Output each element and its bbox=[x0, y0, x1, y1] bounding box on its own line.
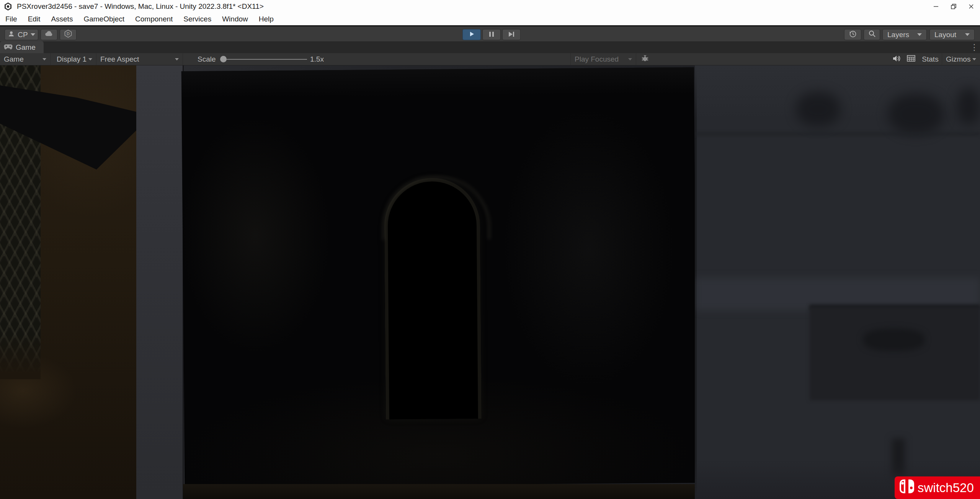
panel-tab-bar: Game ⋮ bbox=[0, 41, 980, 53]
chevron-down-icon bbox=[31, 33, 35, 36]
layers-dropdown[interactable]: Layers bbox=[882, 29, 927, 40]
tab-game[interactable]: Game bbox=[0, 41, 44, 53]
display-dropdown[interactable]: Display 1 bbox=[53, 53, 96, 65]
menu-component[interactable]: Component bbox=[130, 13, 178, 25]
tunnel-arch-doorway bbox=[384, 178, 482, 419]
gizmos-dropdown[interactable]: Gizmos bbox=[942, 53, 980, 65]
blurred-object bbox=[957, 88, 980, 124]
menu-services[interactable]: Services bbox=[178, 13, 217, 25]
undo-history-button[interactable] bbox=[844, 29, 861, 40]
account-dropdown-button[interactable]: CP bbox=[5, 29, 38, 40]
gray-pillar bbox=[136, 65, 184, 499]
minimize-button[interactable] bbox=[927, 0, 945, 13]
chevron-down-icon bbox=[628, 58, 632, 60]
scale-label: Scale bbox=[198, 53, 216, 65]
unity-logo-icon bbox=[3, 2, 13, 11]
gizmos-label: Gizmos bbox=[946, 55, 970, 64]
blurred-recess-shadow bbox=[863, 329, 924, 351]
blurred-object bbox=[796, 92, 840, 126]
history-clock-icon bbox=[849, 30, 857, 40]
bug-report-button[interactable] bbox=[638, 54, 652, 64]
dark-screen-quad bbox=[181, 67, 697, 487]
play-focused-label: Play Focused bbox=[575, 55, 619, 64]
menu-assets[interactable]: Assets bbox=[46, 13, 78, 25]
layout-dropdown[interactable]: Layout bbox=[929, 29, 975, 40]
chevron-down-icon bbox=[42, 58, 46, 60]
grid-icon bbox=[907, 55, 915, 64]
game-mode-label: Game bbox=[4, 55, 24, 64]
game-view-toolbar: Game Display 1 Free Aspect Scale 1.5x Pl… bbox=[0, 53, 980, 65]
search-button[interactable] bbox=[864, 29, 880, 40]
blurred-shelf-line bbox=[695, 133, 980, 135]
floor-strip-below-screen bbox=[183, 484, 696, 499]
blurred-recess bbox=[810, 307, 980, 400]
right-blurred-wall bbox=[695, 65, 980, 499]
account-label: CP bbox=[18, 31, 28, 39]
gamepad-icon bbox=[4, 43, 13, 52]
speaker-icon bbox=[892, 55, 901, 64]
menu-bar: File Edit Assets GameObject Component Se… bbox=[0, 13, 980, 25]
scale-slider-track[interactable] bbox=[227, 59, 307, 60]
play-button[interactable] bbox=[462, 29, 481, 40]
chevron-down-icon bbox=[972, 58, 976, 60]
layers-label: Layers bbox=[887, 31, 909, 39]
scale-value: 1.5x bbox=[310, 53, 324, 65]
version-control-button[interactable]: D bbox=[60, 29, 77, 40]
svg-text:D: D bbox=[67, 31, 70, 36]
version-control-hexagon-icon: D bbox=[64, 29, 72, 40]
grid-table-button[interactable] bbox=[904, 54, 918, 64]
menu-edit[interactable]: Edit bbox=[23, 13, 46, 25]
watermark-text: switch520 bbox=[918, 481, 974, 495]
play-focused-dropdown[interactable]: Play Focused bbox=[570, 53, 636, 65]
window-title: PSXrover3d2456 - save7 - Windows, Mac, L… bbox=[17, 2, 264, 11]
aspect-label: Free Aspect bbox=[100, 55, 139, 64]
close-button[interactable] bbox=[962, 0, 980, 13]
menu-gameobject[interactable]: GameObject bbox=[78, 13, 130, 25]
chevron-down-icon bbox=[965, 33, 970, 36]
step-button[interactable] bbox=[502, 29, 521, 40]
title-bar: PSXrover3d2456 - save7 - Windows, Mac, L… bbox=[0, 0, 980, 13]
chevron-down-icon bbox=[917, 33, 922, 36]
cloud-icon bbox=[44, 30, 54, 39]
play-icon bbox=[469, 31, 475, 39]
aspect-ratio-dropdown[interactable]: Free Aspect bbox=[96, 53, 183, 65]
switch-logo-icon bbox=[898, 479, 915, 497]
tab-game-label: Game bbox=[16, 43, 36, 52]
cloud-button[interactable] bbox=[41, 29, 57, 40]
step-forward-icon bbox=[508, 31, 514, 39]
stats-toggle-button[interactable]: Stats bbox=[920, 54, 941, 64]
mute-audio-button[interactable] bbox=[890, 54, 903, 64]
menu-window[interactable]: Window bbox=[217, 13, 253, 25]
search-icon bbox=[868, 30, 876, 39]
game-viewport bbox=[0, 65, 980, 499]
kebab-menu-icon[interactable]: ⋮ bbox=[970, 42, 978, 52]
menu-file[interactable]: File bbox=[0, 13, 23, 25]
pause-button[interactable] bbox=[482, 29, 501, 40]
bug-icon bbox=[641, 55, 649, 64]
layout-label: Layout bbox=[934, 31, 956, 39]
chevron-down-icon bbox=[88, 58, 92, 60]
chevron-down-icon bbox=[175, 58, 179, 60]
blurred-object bbox=[888, 94, 944, 134]
pause-icon bbox=[489, 31, 494, 39]
scale-slider-knob[interactable] bbox=[220, 56, 227, 62]
chain-fence-fade bbox=[0, 333, 41, 379]
restore-button[interactable] bbox=[945, 0, 962, 13]
stats-label: Stats bbox=[922, 55, 938, 64]
watermark-badge: switch520 bbox=[895, 476, 980, 499]
display-label: Display 1 bbox=[57, 55, 87, 64]
game-mode-dropdown[interactable]: Game bbox=[0, 53, 51, 65]
main-toolbar: CP D Layers bbox=[0, 25, 980, 41]
person-icon bbox=[8, 30, 15, 39]
menu-help[interactable]: Help bbox=[253, 13, 279, 25]
